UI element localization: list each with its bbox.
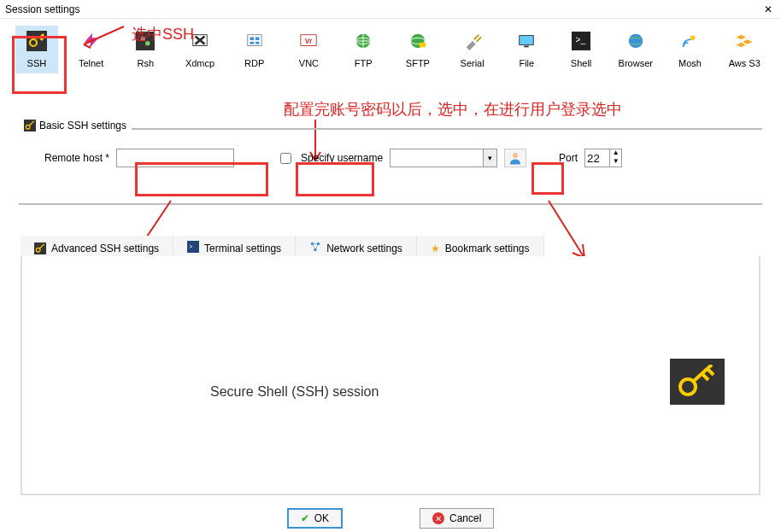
svg-point-4 xyxy=(141,37,146,42)
dialog-buttons: ✔ OK ✕ Cancel xyxy=(0,508,781,529)
protocol-rsh[interactable]: Rsh xyxy=(124,26,167,73)
protocol-label: VNC xyxy=(299,58,319,68)
protocol-label: Xdmcp xyxy=(185,58,214,68)
svg-rect-10 xyxy=(250,42,254,44)
tab-label: Bookmark settings xyxy=(445,243,530,254)
key-icon xyxy=(25,29,49,53)
annotation-text: 配置完账号密码以后，选中，在进行用户登录选中 xyxy=(284,99,622,120)
protocol-label: SFTP xyxy=(406,58,430,68)
session-panel: Secure Shell (SSH) session xyxy=(21,256,760,495)
cancel-button[interactable]: ✕ Cancel xyxy=(420,508,494,529)
svg-rect-3 xyxy=(136,32,155,50)
protocol-label: Mosh xyxy=(678,58,702,68)
protocol-telnet[interactable]: Telnet xyxy=(70,26,113,73)
username-input[interactable] xyxy=(390,149,484,167)
star-icon: ★ xyxy=(431,243,440,254)
globe-blue-icon xyxy=(624,29,648,53)
svg-text:>: > xyxy=(189,243,192,249)
protocol-serial[interactable]: Serial xyxy=(451,26,494,73)
specify-username-checkbox[interactable] xyxy=(280,153,291,164)
window-title: Session settings xyxy=(5,3,79,15)
ok-button[interactable]: ✔ OK xyxy=(287,508,343,529)
terminal-icon xyxy=(133,29,157,53)
protocol-mosh[interactable]: Mosh xyxy=(669,26,712,73)
remote-host-label: Remote host * xyxy=(44,152,109,164)
basic-ssh-fieldset: Basic SSH settings Remote host * Specify… xyxy=(19,128,762,205)
x-icon xyxy=(188,29,212,53)
protocol-label: File xyxy=(519,58,534,68)
svg-rect-19 xyxy=(520,36,534,45)
button-label: Cancel xyxy=(449,512,481,524)
remote-host-input[interactable] xyxy=(116,149,234,167)
panel-title: Secure Shell (SSH) session xyxy=(210,384,379,400)
protocol-sftp[interactable]: SFTP xyxy=(396,26,439,73)
protocol-ftp[interactable]: FTP xyxy=(342,26,385,73)
file-monitor-icon xyxy=(514,29,538,53)
key-icon xyxy=(24,120,36,132)
svg-rect-18 xyxy=(420,43,426,48)
cubes-icon xyxy=(732,29,756,53)
svg-text:Vr: Vr xyxy=(305,38,313,45)
satellite-icon xyxy=(678,29,702,53)
windows-icon xyxy=(243,29,267,53)
protocol-label: Telnet xyxy=(79,58,103,68)
fieldset-legend: Basic SSH settings xyxy=(19,120,132,132)
close-icon[interactable]: ✕ xyxy=(760,3,776,15)
tab-label: Network settings xyxy=(326,243,402,254)
globe-icon xyxy=(351,29,375,53)
titlebar: Session settings ✕ xyxy=(0,0,781,19)
protocol-vnc[interactable]: Vr VNC xyxy=(288,26,331,73)
plug-icon xyxy=(461,29,484,53)
button-label: OK xyxy=(314,512,329,524)
tab-label: Terminal settings xyxy=(204,243,281,254)
port-spinner[interactable]: ▲ ▼ xyxy=(584,149,622,167)
svg-point-24 xyxy=(690,36,696,41)
protocol-browser[interactable]: Browser xyxy=(614,26,657,73)
svg-rect-20 xyxy=(525,46,530,48)
protocol-awss3[interactable]: Aws S3 xyxy=(723,26,766,73)
protocol-label: RDP xyxy=(244,58,264,68)
protocol-xdmcp[interactable]: Xdmcp xyxy=(179,26,221,73)
chevron-down-icon[interactable]: ▾ xyxy=(484,149,497,167)
lightning-icon xyxy=(79,29,103,53)
spinner-down-icon[interactable]: ▼ xyxy=(609,158,621,167)
port-input[interactable] xyxy=(585,149,609,167)
protocol-label: Aws S3 xyxy=(729,58,760,68)
key-icon xyxy=(34,243,46,254)
network-icon xyxy=(309,241,321,255)
svg-point-27 xyxy=(513,153,518,158)
protocol-label: Serial xyxy=(461,58,484,68)
svg-rect-11 xyxy=(255,42,260,44)
terminal-icon: > xyxy=(187,241,199,255)
legend-label: Basic SSH settings xyxy=(39,120,126,132)
globe-lock-icon xyxy=(406,29,430,53)
protocol-label: Browser xyxy=(619,58,653,68)
username-combo[interactable]: ▾ xyxy=(390,149,497,167)
protocol-file[interactable]: File xyxy=(505,26,548,73)
protocol-toolbar: SSH Telnet Rsh Xdmcp RDP Vr VNC FTP SFTP… xyxy=(0,19,781,77)
check-icon: ✔ xyxy=(301,512,309,524)
person-icon xyxy=(508,150,523,166)
svg-text:>_: >_ xyxy=(576,35,586,44)
protocol-rdp[interactable]: RDP xyxy=(233,26,276,73)
protocol-label: Shell xyxy=(571,58,591,68)
cross-icon: ✕ xyxy=(432,512,444,524)
protocol-shell[interactable]: >_ Shell xyxy=(560,26,602,73)
shell-icon: >_ xyxy=(569,29,593,53)
specify-username-label: Specify username xyxy=(301,152,383,164)
port-label: Port xyxy=(559,152,578,164)
svg-point-5 xyxy=(145,41,150,46)
svg-rect-8 xyxy=(250,37,254,40)
protocol-label: FTP xyxy=(355,58,373,68)
tab-label: Advanced SSH settings xyxy=(51,243,159,254)
protocol-ssh[interactable]: SSH xyxy=(15,26,58,73)
protocol-label: Rsh xyxy=(138,58,155,68)
svg-marker-2 xyxy=(84,33,98,49)
ssh-key-illustration xyxy=(670,359,725,405)
key-icon xyxy=(676,365,719,399)
protocol-label: SSH xyxy=(27,58,47,68)
svg-rect-9 xyxy=(255,37,260,40)
svg-point-23 xyxy=(629,34,643,49)
manage-users-button[interactable] xyxy=(504,149,526,167)
vnc-icon: Vr xyxy=(297,29,320,53)
